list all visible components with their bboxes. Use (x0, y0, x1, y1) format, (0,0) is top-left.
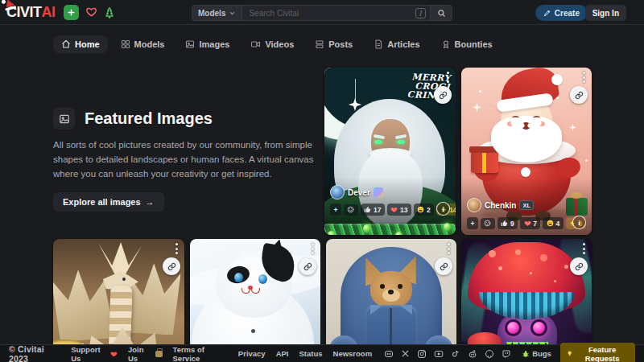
reaction-count: 13 (400, 206, 407, 214)
feature-requests-button[interactable]: Feature Requests (560, 343, 635, 362)
user-badge (374, 187, 383, 197)
garland-ornament (395, 232, 402, 235)
copy-link-button[interactable] (163, 257, 180, 275)
tab-articles[interactable]: Articles (365, 35, 427, 53)
footer-link-terms[interactable]: Terms of Service (173, 345, 228, 362)
reaction-count: 14 (449, 206, 456, 214)
footer-right: Bugs Feature Requests (522, 343, 635, 362)
bugs-link[interactable]: Bugs (522, 349, 551, 358)
card-menu-button[interactable] (175, 243, 178, 254)
reaction-thumbs-up[interactable]: 17 (361, 204, 385, 216)
civitai-homepage: CIVITAI Models / Create Sign In (0, 0, 644, 362)
tiktok-icon[interactable] (451, 349, 460, 359)
pink-eye (505, 319, 522, 336)
red-heart-icon (110, 350, 118, 358)
christmas-tree-icon (104, 6, 115, 19)
twitch-icon[interactable] (502, 349, 511, 359)
username: Dever (348, 188, 370, 197)
quick-add-button[interactable] (64, 5, 79, 20)
image-card-wizard-santa[interactable]: MERRY CROGI CRINGE Dever + 17 (324, 68, 456, 235)
pink-eye (530, 319, 547, 336)
reaction-laugh[interactable]: 4 (543, 217, 563, 229)
search-button[interactable] (430, 6, 452, 20)
reaction-heart[interactable]: 7 (520, 217, 540, 229)
card-menu-button[interactable] (312, 243, 314, 254)
main-nav: Home Models Images Videos Posts Articles… (53, 35, 501, 53)
creator-row[interactable]: Dever (330, 185, 383, 200)
red-gift-box (471, 151, 498, 173)
search-category-select[interactable]: Models (192, 6, 242, 20)
featured-images-section: Featured Images All sorts of cool pictur… (53, 108, 328, 212)
github-icon[interactable] (485, 349, 494, 359)
footer: © Civitai 2023 Support Us Join Us Terms … (0, 344, 644, 362)
support-heart-button[interactable] (85, 6, 97, 18)
reaction-count: 2 (427, 206, 431, 214)
tab-videos[interactable]: Videos (242, 35, 302, 53)
add-reaction-button[interactable] (481, 218, 495, 229)
tab-posts[interactable]: Posts (307, 35, 361, 53)
card-menu-button[interactable] (583, 72, 585, 83)
tab-images[interactable]: Images (177, 35, 237, 53)
footer-link-support-us[interactable]: Support Us (71, 345, 118, 362)
search-icon (437, 9, 446, 18)
sign-in-button[interactable]: Sign In (585, 5, 626, 21)
copy-link-button[interactable] (570, 86, 588, 104)
footer-link-join-us[interactable]: Join Us (128, 345, 163, 362)
creator-row[interactable]: Chenkin XL (467, 198, 534, 212)
heart-outline-icon (85, 6, 97, 18)
copy-link-button[interactable] (435, 257, 452, 275)
lightbulb-icon (567, 349, 572, 358)
video-camera-icon (250, 39, 261, 49)
tab-bounties[interactable]: Bounties (433, 35, 501, 53)
image-info-button[interactable]: i (436, 202, 450, 216)
card-menu-button[interactable] (448, 243, 450, 254)
dog-nose (388, 290, 394, 294)
tab-home[interactable]: Home (53, 35, 108, 53)
explore-all-images-button[interactable]: Explore all images → (53, 192, 164, 212)
jacket-zipper (390, 308, 392, 347)
santa-hat-pom (551, 74, 563, 85)
blue-gills (479, 292, 575, 319)
chevron-down-icon (229, 10, 236, 17)
reaction-bar: + 9 7 4 8 (467, 217, 586, 229)
reddit-icon[interactable] (468, 349, 477, 359)
footer-link-newsroom[interactable]: Newsroom (333, 349, 373, 358)
briefcase-icon (155, 351, 163, 357)
image-info-button[interactable]: i (572, 216, 586, 229)
reaction-heart[interactable]: 13 (387, 204, 411, 216)
card-menu-button[interactable] (447, 72, 449, 83)
plus-icon: + (471, 220, 475, 228)
home-icon (61, 39, 71, 49)
follow-plus-button[interactable]: + (467, 217, 478, 229)
instagram-icon[interactable] (417, 349, 427, 359)
add-reaction-button[interactable] (344, 204, 358, 216)
discord-icon[interactable] (384, 349, 394, 359)
footer-link-privacy[interactable]: Privacy (238, 349, 266, 358)
bugs-label: Bugs (532, 349, 551, 358)
reaction-thumbs-up[interactable]: 9 (497, 217, 518, 229)
civitai-logo[interactable]: CIVITAI (6, 4, 56, 21)
image-card-cute-santa[interactable]: Chenkin XL + 9 7 4 8 i (461, 68, 592, 235)
arrow-right-icon: → (146, 197, 155, 207)
footer-link-status[interactable]: Status (299, 349, 323, 358)
footer-link-api[interactable]: API (276, 349, 289, 358)
holiday-tree-button[interactable] (104, 6, 115, 19)
copy-link-button[interactable] (434, 86, 452, 104)
posts-stack-icon (315, 39, 324, 49)
glowing-green-eye (397, 140, 405, 144)
closed-eye (533, 116, 540, 120)
dog-eye (398, 284, 402, 289)
copy-link-button[interactable] (299, 257, 316, 275)
search-input[interactable] (242, 6, 415, 20)
copy-link-button[interactable] (570, 257, 588, 275)
tab-models[interactable]: Models (113, 35, 173, 53)
create-button[interactable]: Create (535, 5, 588, 21)
reaction-laugh[interactable]: 2 (414, 204, 434, 216)
follow-plus-button[interactable]: + (330, 204, 341, 216)
x-twitter-icon[interactable] (401, 349, 410, 358)
reaction-count: 17 (374, 206, 381, 214)
thumbs-up-icon (364, 206, 371, 213)
card-menu-button[interactable] (583, 243, 585, 254)
youtube-icon[interactable] (434, 349, 444, 359)
dragon-eye (122, 278, 126, 281)
